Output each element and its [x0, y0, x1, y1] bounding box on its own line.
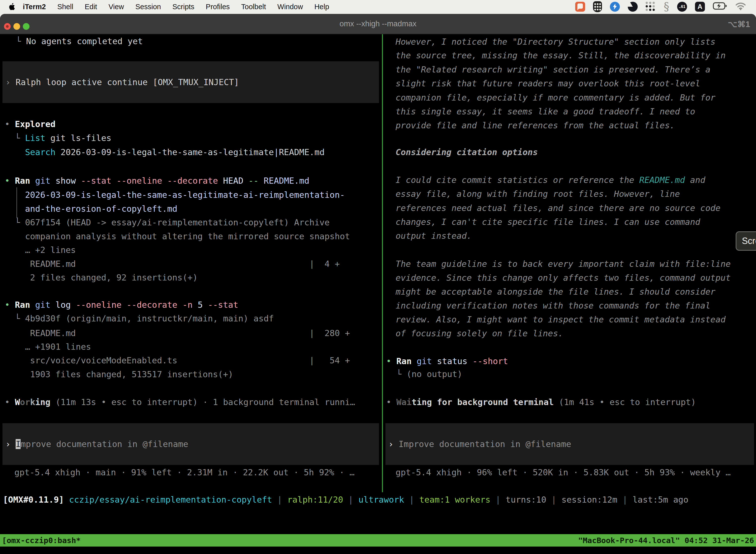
git-show-summary: 2 files changed, 92 insertions(+): [5, 271, 198, 284]
working-status-line: • Working (11m 13s • esc to interrupt) ·…: [5, 395, 355, 409]
pac-badge-icon[interactable]: [628, 2, 638, 12]
menu-item-toolbelt[interactable]: Toolbelt: [235, 3, 271, 11]
reasoning-line: of focusing solely on file lines.: [396, 326, 563, 340]
menu-item-help[interactable]: Help: [309, 3, 335, 11]
prompt-input-left[interactable]: › Improve documentation in @filename: [2, 423, 379, 465]
menu-item-window[interactable]: Window: [271, 3, 309, 11]
reasoning-line: this single essay, it seems like a good …: [396, 105, 695, 118]
menu-item-iterm2[interactable]: iTerm2: [18, 3, 52, 11]
iterm2-window: omx --xhigh --madmax ⌥⌘1 └ No agents com…: [0, 14, 756, 554]
model-status-left: gpt-5.4 xhigh · main · 91% left · 2.31M …: [14, 465, 355, 479]
explored-header-line: • Explored: [5, 117, 56, 131]
git-show-stat-readme: README.md | 4 +: [5, 257, 340, 271]
git-log-commit-line: └ 4b9d30f (origin/main, instructkr/main,…: [5, 312, 274, 325]
prompt-box-ralph[interactable]: › Ralph loop active continue [OMX_TMUX_I…: [2, 61, 379, 103]
reasoning-line: I could cite commit statistics or refere…: [396, 173, 705, 187]
menu-bar: iTerm2 Shell Edit View Session Scripts P…: [0, 0, 756, 13]
reasoning-line: essay file, along with finding root file…: [396, 187, 680, 201]
reasoning-line: companion file, especially if more comme…: [396, 91, 715, 105]
reasoning-line: provide file and line references from th…: [396, 118, 675, 132]
terminal-content: └ No agents completed yet › Ralph loop a…: [0, 34, 756, 554]
reasoning-line: references need actual files, and since …: [396, 201, 720, 215]
git-log-summary: 1903 files changed, 513517 insertions(+): [5, 367, 233, 381]
menu-item-scripts[interactable]: Scripts: [167, 3, 200, 11]
git-log-more-lines: … +1901 lines: [5, 340, 91, 354]
reasoning-line: However, I noticed the "Directory Struct…: [396, 35, 715, 49]
tmux-session-label: [omx-cczip0:bash*: [2, 536, 81, 545]
git-log-stat-readme: README.md | 280 +: [5, 326, 350, 340]
reasoning-line: slight risk that future readers may over…: [396, 76, 700, 90]
tmux-status-bar: [omx-cczip0:bash* "MacBook-Pro-44.local"…: [0, 534, 756, 547]
window-title: omx --xhigh --madmax: [0, 14, 756, 34]
git-status-no-output: └ (no output): [386, 367, 462, 381]
explored-search-line: Search 2026-03-09-is-legal-the-same-as-l…: [5, 145, 325, 159]
model-status-right: gpt-5.4 xhigh · 96% left · 520K in · 5.8…: [396, 465, 731, 479]
prompt-placeholder-right: › Improve documentation in @filename: [385, 437, 571, 451]
squiggle-icon[interactable]: §: [664, 2, 669, 12]
screen-indicator-overlay[interactable]: Scre: [736, 231, 756, 251]
reasoning-line: The team guideline is to back every impo…: [396, 257, 731, 271]
menu-item-edit[interactable]: Edit: [79, 3, 103, 11]
menu-item-profiles[interactable]: Profiles: [200, 3, 236, 11]
window-titlebar: omx --xhigh --madmax ⌥⌘1: [0, 14, 756, 34]
reasoning-line: output instead.: [396, 229, 472, 243]
battery-icon[interactable]: [713, 2, 727, 11]
tmux-host-time-label: "MacBook-Pro-44.local" 04:52 31-Mar-26: [578, 536, 754, 545]
bolt-badge-icon[interactable]: [610, 2, 620, 12]
menu-bar-status-icons: § ..61 A: [575, 1, 756, 12]
git-show-commit-line-2: companion analysis without altering the …: [5, 229, 350, 243]
dots-grid-icon[interactable]: [646, 2, 656, 12]
git-show-file-line-2: and-the-erosion-of-copyleft.md: [5, 202, 177, 216]
reasoning-heading: Considering citation options: [396, 145, 538, 159]
menu-item-view[interactable]: View: [103, 3, 129, 11]
git-show-commit-line: └ 067f154 (HEAD -> essay/ai-reimplementa…: [5, 215, 330, 229]
ran-git-log-line: • Ran git log --oneline --decorate -n 5 …: [5, 298, 238, 312]
prompt-placeholder-left: › Improve documentation in @filename: [2, 437, 188, 451]
git-show-more-lines: … +2 lines: [5, 243, 76, 257]
prompt-text-ralph: › Ralph loop active continue [OMX_TMUX_I…: [2, 75, 239, 89]
reasoning-line: the source tree, missing the essay. Stil…: [396, 48, 726, 62]
waiting-status-line: • Waiting for background terminal (1m 41…: [386, 395, 696, 409]
window-shortcut-badge: ⌥⌘1: [728, 14, 750, 34]
git-show-file-line-1: 2026-03-09-is-legal-the-same-as-legitima…: [5, 188, 345, 202]
agents-completed-line: └ No agents completed yet: [16, 34, 143, 48]
apple-menu-icon[interactable]: [8, 3, 15, 10]
messages-icon[interactable]: [575, 2, 585, 12]
pane-divider[interactable]: [382, 34, 383, 492]
reasoning-line: including verification notes with those …: [396, 298, 710, 313]
menu-item-session[interactable]: Session: [130, 3, 167, 11]
menu-item-shell[interactable]: Shell: [52, 3, 79, 11]
git-log-stat-voice: src/voice/voiceModeEnabled.ts | 54 +: [5, 353, 350, 367]
percent-badge-icon[interactable]: ..61: [677, 2, 687, 12]
a-square-icon[interactable]: A: [695, 2, 705, 12]
keypad-shield-icon[interactable]: [593, 1, 602, 12]
reasoning-line: changes, I can't cite specific file line…: [396, 215, 700, 229]
ran-git-status-line: • Ran git status --short: [386, 354, 508, 368]
wifi-icon[interactable]: [735, 2, 746, 12]
reasoning-line: might be acceptable alongside the file l…: [396, 285, 715, 298]
reasoning-line: review. Also, I might want to inspect th…: [396, 313, 726, 326]
ran-git-show-line: • Ran git show --stat --oneline --decora…: [5, 174, 309, 188]
reasoning-line: evidence. Since this change only affects…: [396, 271, 731, 285]
prompt-input-right[interactable]: › Improve documentation in @filename: [385, 423, 754, 465]
reasoning-line: the "Related research writing" section i…: [396, 63, 710, 76]
explored-list-line: └ List git ls-files: [5, 131, 111, 145]
omx-status-line: [OMX#0.11.9] cczip/essay/ai-reimplementa…: [3, 493, 689, 507]
